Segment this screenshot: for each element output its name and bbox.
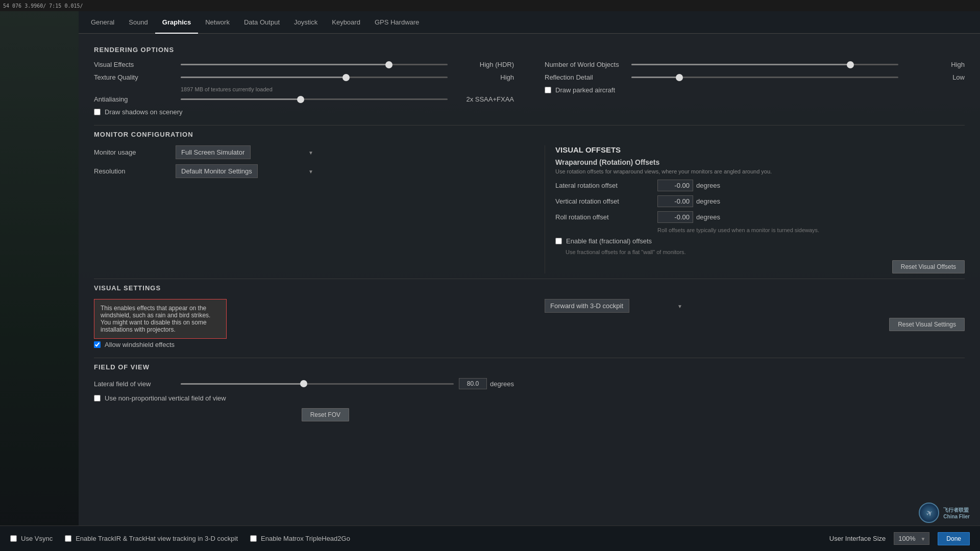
windshield-tooltip: This enables effects that appear on the … [94, 299, 227, 339]
tab-joystick[interactable]: Joystick [287, 11, 325, 34]
enable-flat-desc: Use fractional offsets for a flat "wall"… [566, 249, 965, 255]
draw-parked-row: Draw parked aircraft [545, 86, 965, 94]
monitor-usage-select[interactable]: Full Screen Simulator Windowed Simulator… [176, 145, 251, 159]
draw-parked-checkbox[interactable] [545, 87, 551, 93]
tab-keyboard[interactable]: Keyboard [325, 11, 368, 34]
tab-gps-hardware[interactable]: GPS Hardware [368, 11, 426, 34]
trackir-checkbox[interactable] [65, 535, 71, 542]
ui-size-select[interactable]: 75% 100% 125% 150% [894, 532, 929, 545]
vertical-rotation-unit: degrees [696, 197, 722, 205]
left-sidebar [0, 11, 79, 525]
ui-size-label: User Interface Size [829, 535, 886, 542]
visual-effects-label: Visual Effects [94, 61, 176, 68]
tab-network[interactable]: Network [198, 11, 237, 34]
logo-area: ✈ 飞行者联盟China Flier [919, 503, 970, 523]
use-vsync-label[interactable]: Use Vsync [21, 535, 53, 542]
lateral-fov-track[interactable] [181, 383, 454, 385]
texture-quality-value: High [453, 73, 514, 81]
antialiasing-row: Antialiasing 2x SSAA+FXAA [94, 95, 514, 103]
reset-visual-offsets-button[interactable]: Reset Visual Offsets [892, 260, 965, 273]
done-button[interactable]: Done [938, 532, 970, 545]
bottom-bar-right: User Interface Size 75% 100% 125% 150% ▼… [829, 532, 970, 545]
texture-quality-row: Texture Quality High [94, 73, 514, 81]
lateral-fov-input[interactable] [459, 378, 487, 389]
non-proportional-label[interactable]: Use non-proportional vertical field of v… [105, 394, 226, 402]
lateral-fov-row: Lateral field of view degrees [94, 378, 514, 389]
matrox-label[interactable]: Enable Matrox TripleHead2Go [261, 535, 350, 542]
reflection-detail-row: Reflection Detail Low [545, 73, 965, 81]
monitor-usage-wrapper[interactable]: Full Screen Simulator Windowed Simulator… [176, 145, 318, 159]
enable-flat-label[interactable]: Enable flat (fractional) offsets [566, 237, 652, 245]
top-bar: 54 076 3.9960/ 7:15 0.015/ [0, 0, 980, 11]
draw-shadows-checkbox[interactable] [94, 109, 101, 115]
logo-circle: ✈ [919, 503, 939, 523]
top-bar-stats: 54 076 3.9960/ 7:15 0.015/ [3, 3, 83, 9]
logo-text: 飞行者联盟China Flier [943, 507, 970, 519]
lateral-rotation-row: Lateral rotation offset degrees [555, 180, 965, 191]
monitor-config-title: MONITOR CONFIGURATION [94, 131, 965, 138]
monitor-usage-row: Monitor usage Full Screen Simulator Wind… [94, 145, 514, 159]
bottom-bar: Use Vsync Enable TrackIR & TrackHat view… [0, 525, 980, 551]
allow-windshield-row: Allow windshield effects [94, 341, 514, 348]
roll-rotation-label: Roll rotation offset [555, 213, 657, 221]
matrox-row: Enable Matrox TripleHead2Go [250, 535, 350, 542]
world-objects-row: Number of World Objects High [545, 61, 965, 68]
roll-sub: Roll offsets are typically used when a m… [657, 227, 965, 233]
vertical-rotation-label: Vertical rotation offset [555, 197, 657, 205]
lateral-rotation-label: Lateral rotation offset [555, 182, 657, 189]
antialiasing-label: Antialiasing [94, 95, 176, 103]
visual-effects-track[interactable] [181, 64, 448, 65]
draw-shadows-label[interactable]: Draw shadows on scenery [105, 108, 182, 116]
draw-shadows-row: Draw shadows on scenery [94, 108, 514, 116]
tab-sound[interactable]: Sound [121, 11, 155, 34]
monitor-usage-label: Monitor usage [94, 148, 176, 156]
visual-effects-row: Visual Effects High (HDR) [94, 61, 514, 68]
allow-windshield-checkbox[interactable] [94, 341, 101, 348]
reset-visual-settings-button[interactable]: Reset Visual Settings [889, 318, 965, 331]
roll-rotation-input[interactable] [657, 211, 693, 223]
visual-offsets-title: VISUAL OFFSETS [555, 145, 965, 154]
trackir-row: Enable TrackIR & TrackHat view tracking … [65, 535, 238, 542]
texture-quality-track[interactable] [181, 77, 448, 78]
reset-fov-button[interactable]: Reset FOV [302, 408, 349, 421]
antialiasing-track[interactable] [181, 98, 448, 100]
roll-rotation-unit: degrees [696, 213, 722, 221]
non-proportional-row: Use non-proportional vertical field of v… [94, 394, 514, 402]
use-vsync-checkbox[interactable] [10, 535, 17, 542]
rendering-title: RENDERING OPTIONS [94, 46, 965, 54]
enable-flat-row: Enable flat (fractional) offsets [555, 237, 965, 245]
field-of-view-title: FIELD OF VIEW [94, 363, 965, 371]
divider-1 [94, 125, 965, 126]
vertical-rotation-input[interactable] [657, 195, 693, 207]
texture-quality-label: Texture Quality [94, 73, 176, 81]
tab-data-output[interactable]: Data Output [237, 11, 287, 34]
visual-effects-value: High (HDR) [453, 61, 514, 68]
tab-graphics[interactable]: Graphics [155, 11, 198, 34]
reflection-detail-track[interactable] [631, 77, 898, 78]
world-objects-label: Number of World Objects [545, 61, 626, 68]
resolution-row: Resolution Default Monitor Settings 1920… [94, 164, 514, 178]
resolution-select[interactable]: Default Monitor Settings 980x551 2560x… [176, 164, 258, 178]
texture-sub: 1897 MB of textures currently loaded [181, 86, 514, 92]
visual-settings-title: VISUAL SETTINGS [94, 284, 965, 292]
reflection-detail-label: Reflection Detail [545, 73, 626, 81]
cockpit-view-wrapper[interactable]: Forward with 3-D cockpit Forward with 2-… [545, 299, 688, 313]
enable-flat-checkbox[interactable] [555, 238, 562, 244]
lateral-fov-unit: degrees [490, 380, 514, 388]
lateral-fov-label: Lateral field of view [94, 380, 176, 388]
lateral-rotation-input[interactable] [657, 180, 693, 191]
tab-general[interactable]: General [84, 11, 121, 34]
cockpit-view-select[interactable]: Forward with 3-D cockpit Forward with 2-… [545, 299, 629, 313]
world-objects-track[interactable] [631, 64, 898, 65]
matrox-checkbox[interactable] [250, 535, 257, 542]
draw-parked-label[interactable]: Draw parked aircraft [555, 86, 615, 94]
resolution-label: Resolution [94, 167, 176, 175]
allow-windshield-label[interactable]: Allow windshield effects [105, 341, 175, 348]
trackir-label[interactable]: Enable TrackIR & TrackHat view tracking … [76, 535, 238, 542]
antialiasing-value: 2x SSAA+FXAA [453, 95, 514, 103]
world-objects-value: High [903, 61, 965, 68]
lateral-rotation-unit: degrees [696, 182, 722, 189]
non-proportional-checkbox[interactable] [94, 395, 101, 402]
resolution-wrapper[interactable]: Default Monitor Settings 980x551 2560x… [176, 164, 318, 178]
reflection-detail-value: Low [903, 73, 965, 81]
